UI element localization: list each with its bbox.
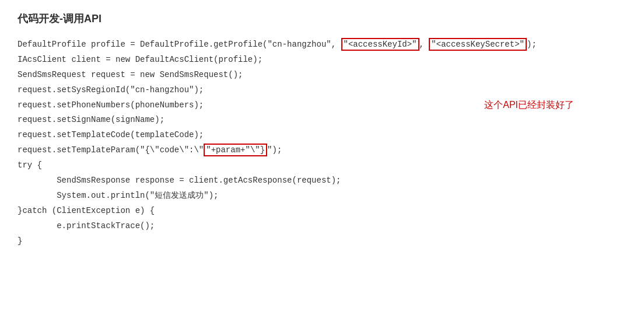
code-line-10: SendSmsResponse response = client.getAcs…: [18, 173, 626, 188]
code-text: );: [527, 40, 537, 49]
page-title: 代码开发-调用API: [18, 12, 626, 26]
code-line-12: }catch (ClientException e) {: [18, 204, 626, 219]
code-line-6: request.setSignName(signName);: [18, 113, 626, 128]
code-line-8: request.setTemplateParam("{\"code\":\""+…: [18, 143, 626, 158]
code-line-1: DefaultProfile profile = DefaultProfile.…: [18, 37, 626, 53]
access-key-secret-highlight: "<accessKeySecret>": [429, 38, 527, 51]
code-line-7: request.setTemplateCode(templateCode);: [18, 128, 626, 143]
api-annotation: 这个API已经封装好了: [484, 99, 574, 111]
code-line-13: e.printStackTrace();: [18, 219, 626, 234]
code-block: DefaultProfile profile = DefaultProfile.…: [18, 37, 626, 249]
code-line-2: IAcsClient client = new DefaultAcsClient…: [18, 53, 626, 68]
page-container: 代码开发-调用API DefaultProfile profile = Defa…: [0, 0, 644, 318]
code-line-9: try {: [18, 158, 626, 173]
code-line-11: System.out.println("短信发送成功");: [18, 188, 626, 204]
code-text: request.setTemplateParam("{\"code\":\": [18, 145, 204, 155]
code-text: ");: [267, 145, 282, 155]
param-highlight: "+param+"\"}: [204, 144, 267, 156]
code-line-3: SendSmsRequest request = new SendSmsRequ…: [18, 68, 626, 83]
code-text: DefaultProfile profile = DefaultProfile.…: [18, 40, 341, 49]
code-line-4: request.setSysRegionId("cn-hangzhou");: [18, 83, 626, 98]
access-key-id-highlight: "<accessKeyId>": [341, 38, 419, 51]
code-line-14: }: [18, 234, 626, 249]
code-text: ,: [419, 40, 429, 49]
